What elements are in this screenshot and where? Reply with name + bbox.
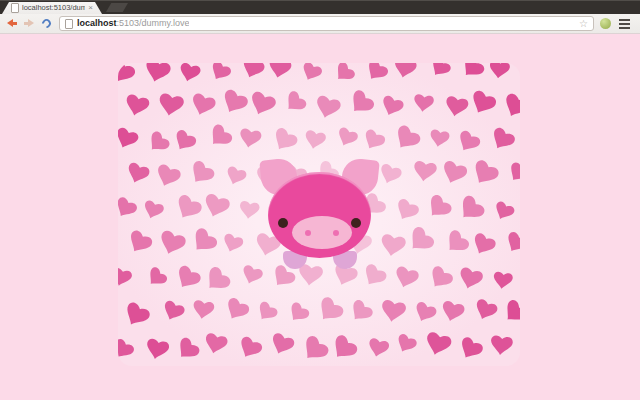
hearts-panel [118, 63, 520, 366]
forward-arrow-icon [23, 19, 34, 28]
bookmark-star-icon[interactable]: ☆ [579, 17, 588, 30]
browser-tab[interactable]: localhost:5103/dummy.lo × [2, 2, 102, 14]
pig-illustration [118, 63, 520, 366]
url-text: localhost:5103/dummy.love [77, 17, 189, 30]
new-tab-button[interactable] [106, 3, 128, 12]
tab-favicon-page-icon [11, 3, 19, 13]
browser-window: localhost:5103/dummy.lo × localhost:5103… [0, 0, 640, 400]
url-path: :5103/dummy.love [117, 18, 190, 28]
forward-button[interactable] [21, 17, 36, 31]
extension-icon[interactable] [600, 18, 611, 29]
tab-title: localhost:5103/dummy.lo [22, 2, 85, 14]
menu-button[interactable] [619, 19, 630, 29]
browser-toolbar: localhost:5103/dummy.love ☆ [0, 14, 640, 34]
url-host: localhost [77, 18, 117, 28]
page-icon [65, 19, 73, 29]
address-bar[interactable]: localhost:5103/dummy.love ☆ [59, 16, 594, 31]
reload-icon [40, 17, 53, 30]
back-button[interactable] [5, 17, 20, 31]
back-arrow-icon [7, 19, 18, 28]
reload-button[interactable] [39, 17, 54, 31]
pig-eye-right [351, 218, 361, 228]
tab-close-icon[interactable]: × [88, 3, 93, 13]
pig-eye-left [278, 218, 288, 228]
page-content [0, 34, 640, 400]
pig-nostril-left [305, 230, 311, 236]
pig-nostril-right [333, 230, 339, 236]
pig-snout [292, 216, 352, 249]
tab-strip: localhost:5103/dummy.lo × [0, 0, 640, 14]
